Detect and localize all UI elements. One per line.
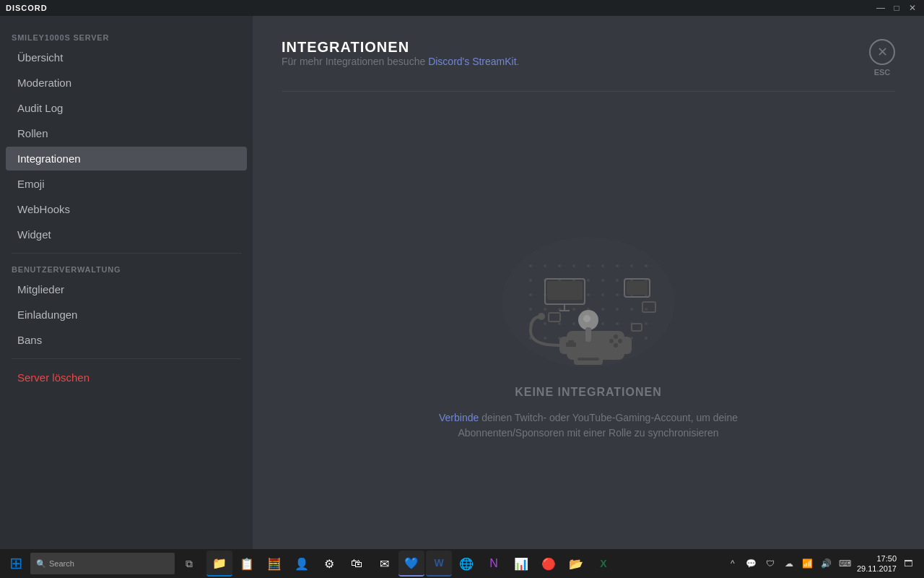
close-button[interactable]: ✕: [907, 2, 918, 14]
svg-point-10: [529, 279, 532, 282]
svg-point-8: [630, 264, 633, 267]
svg-point-2: [544, 264, 546, 267]
sidebar-item-integrationen[interactable]: Integrationen: [6, 147, 247, 171]
empty-state: KEINE INTEGRATIONEN Verbinde deinen Twit…: [282, 115, 895, 555]
user-management-section-header: BENUTZERVERWALTUNG: [0, 259, 253, 277]
content-header: INTEGRATIONEN Für mehr Integrationen bes…: [282, 39, 895, 77]
sidebar-item-uebersicht[interactable]: Übersicht: [6, 46, 247, 69]
sidebar-item-rollen[interactable]: Rollen: [6, 121, 247, 145]
svg-point-15: [601, 279, 604, 282]
svg-rect-74: [578, 358, 599, 361]
taskbar-app-notepad[interactable]: 📋: [234, 551, 260, 577]
taskbar-app-discord[interactable]: 💙: [398, 551, 424, 577]
taskbar-app-excel[interactable]: X: [590, 551, 616, 577]
sidebar-item-emoji[interactable]: Emoji: [6, 172, 247, 196]
svg-point-33: [601, 308, 604, 311]
taskbar-search[interactable]: 🔍 Search: [30, 553, 175, 574]
svg-point-54: [645, 337, 648, 340]
svg-point-36: [645, 308, 648, 311]
svg-point-47: [544, 337, 546, 340]
taskbar-app-word[interactable]: W: [426, 551, 452, 577]
svg-point-43: [616, 322, 619, 325]
esc-circle-icon: ✕: [869, 39, 895, 65]
svg-point-40: [572, 322, 575, 325]
tray-notifications[interactable]: 🗖: [901, 556, 915, 571]
taskbar-app-onenote[interactable]: N: [481, 551, 507, 577]
svg-point-3: [558, 264, 561, 267]
esc-button[interactable]: ✕ ESC: [869, 39, 895, 77]
svg-rect-66: [585, 327, 591, 342]
svg-point-5: [587, 264, 590, 267]
taskbar-app-mail[interactable]: ✉: [371, 551, 397, 577]
taskbar-app-settings[interactable]: ⚙: [316, 551, 342, 577]
taskbar: ⊞ 🔍 Search ⧉ 📁 📋 🧮 👤 ⚙ 🛍 ✉ 💙 W 🌐 N 📊 🔴 📂…: [0, 549, 924, 578]
sidebar: SMILEY1000S SERVER Übersicht Moderation …: [0, 16, 253, 578]
sidebar-item-webhooks[interactable]: WebHooks: [6, 197, 247, 221]
server-section-header: SMILEY1000S SERVER: [0, 27, 253, 45]
svg-point-28: [529, 308, 532, 311]
taskbar-app-powerpoint[interactable]: 📊: [508, 551, 534, 577]
start-button[interactable]: ⊞: [3, 551, 29, 577]
sidebar-item-moderation[interactable]: Moderation: [6, 71, 247, 95]
taskbar-app-edge[interactable]: 🌐: [453, 551, 479, 577]
sidebar-item-audit-log[interactable]: Audit Log: [6, 96, 247, 120]
esc-label: ESC: [874, 68, 891, 77]
taskbar-app-chrome[interactable]: 🔴: [536, 551, 562, 577]
svg-point-35: [630, 308, 633, 311]
svg-rect-60: [627, 281, 648, 295]
tray-network[interactable]: 📶: [801, 556, 815, 571]
verbinde-link[interactable]: Verbinde: [439, 412, 479, 423]
svg-point-6: [601, 264, 604, 267]
svg-point-14: [587, 279, 590, 282]
content-subtitle: Für mehr Integrationen besuche Discord's…: [282, 56, 520, 67]
svg-point-70: [614, 343, 618, 348]
svg-point-4: [572, 264, 575, 267]
empty-state-description: Verbinde deinen Twitch- oder YouTube-Gam…: [437, 410, 740, 441]
svg-point-31: [572, 308, 575, 311]
task-view-button[interactable]: ⧉: [176, 551, 202, 577]
svg-point-71: [618, 339, 622, 343]
sidebar-divider-2: [12, 358, 241, 359]
tray-keyboard[interactable]: ⌨: [838, 556, 853, 571]
svg-point-34: [616, 308, 619, 311]
svg-point-25: [616, 293, 619, 296]
content-title-area: INTEGRATIONEN Für mehr Integrationen bes…: [282, 39, 520, 67]
svg-point-45: [645, 322, 648, 325]
sidebar-item-einladungen[interactable]: Einladungen: [6, 303, 247, 327]
search-placeholder: Search: [49, 559, 74, 568]
svg-point-69: [609, 339, 614, 343]
svg-point-1: [529, 264, 532, 267]
tray-cloud[interactable]: ☁: [782, 556, 796, 571]
app-logo: DISCORD: [6, 4, 48, 12]
svg-point-65: [583, 315, 590, 322]
svg-point-16: [616, 279, 619, 282]
sidebar-item-delete-server[interactable]: Server löschen: [6, 366, 247, 389]
maximize-button[interactable]: □: [891, 2, 902, 14]
minimize-button[interactable]: —: [875, 2, 886, 14]
svg-point-23: [587, 293, 590, 296]
taskbar-tray: ^ 💬 🛡 ☁ 📶 🔊 ⌨ 17:50 29.11.2017 🗖: [725, 553, 921, 574]
empty-state-title: KEINE INTEGRATIONEN: [515, 386, 662, 399]
svg-point-9: [645, 264, 648, 267]
taskbar-clock[interactable]: 17:50 29.11.2017: [857, 553, 897, 574]
svg-point-29: [544, 308, 546, 311]
app-body: SMILEY1000S SERVER Übersicht Moderation …: [0, 16, 924, 578]
streamkit-link[interactable]: Discord's StreamKit: [428, 56, 516, 67]
taskbar-app-filemanager[interactable]: 📁: [206, 551, 232, 577]
svg-point-42: [601, 322, 604, 325]
tray-volume[interactable]: 🔊: [819, 556, 834, 571]
sidebar-item-bans[interactable]: Bans: [6, 328, 247, 352]
tray-chat[interactable]: 💬: [744, 556, 759, 571]
svg-rect-56: [547, 281, 583, 300]
taskbar-app-user[interactable]: 👤: [289, 551, 315, 577]
sidebar-item-mitglieder[interactable]: Mitglieder: [6, 277, 247, 301]
svg-point-38: [544, 322, 546, 325]
taskbar-app-calc[interactable]: 🧮: [261, 551, 287, 577]
gamepad-illustration: [487, 230, 689, 374]
taskbar-app-store[interactable]: 🛍: [344, 551, 370, 577]
svg-point-7: [616, 264, 619, 267]
sidebar-item-widget[interactable]: Widget: [6, 223, 247, 246]
taskbar-app-files[interactable]: 📂: [563, 551, 589, 577]
tray-antivirus[interactable]: 🛡: [763, 556, 777, 571]
tray-chevron[interactable]: ^: [725, 556, 740, 571]
